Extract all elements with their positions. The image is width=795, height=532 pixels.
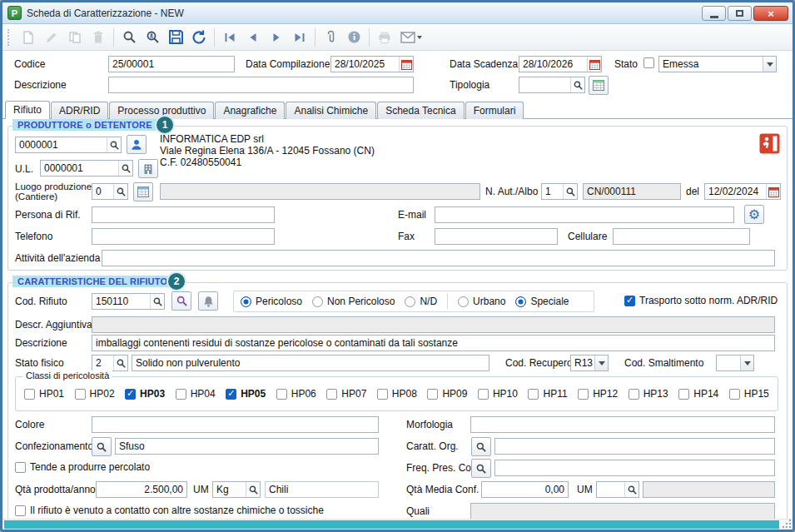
qta-prodotta-field[interactable]: 2.500,00 (96, 481, 187, 498)
attivita-field[interactable] (102, 250, 775, 266)
cod-recupero-combo[interactable]: R13 (570, 355, 609, 371)
colore-field[interactable] (92, 416, 379, 433)
confezionamento-search-button[interactable] (92, 437, 112, 456)
freq-pres-field[interactable] (494, 460, 775, 476)
stato-combo[interactable]: Emessa (658, 56, 777, 72)
tab-formulari[interactable]: Formulari (465, 102, 524, 119)
contatto-sostanze-checkbox[interactable]: Il rifiuto è venuto a contatto con altre… (15, 505, 324, 516)
luogo-produzione-field[interactable]: 0 (92, 183, 128, 200)
stato-checkbox[interactable] (643, 57, 654, 68)
hp15-checkbox[interactable]: HP15 (729, 388, 769, 400)
tab-scheda-tecnica[interactable]: Scheda Tecnica (377, 102, 465, 119)
minimize-button[interactable] (702, 6, 726, 21)
tab-analisi-chimiche[interactable]: Analisi Chimiche (286, 102, 376, 119)
tab-anagrafiche[interactable]: Anagrafiche (215, 102, 285, 119)
hp03-checkbox[interactable]: HP03 (125, 388, 165, 400)
tipologia-table-button[interactable] (589, 76, 609, 95)
stato-fisico-desc-field[interactable]: Solido non pulverulento (132, 355, 489, 371)
ul-detail-button[interactable] (138, 159, 158, 178)
chevron-down-icon[interactable] (594, 355, 608, 370)
search-icon[interactable] (624, 482, 638, 497)
titlebar[interactable]: P Scheda di Caratterizzazione - NEW × (2, 2, 793, 24)
hp01-checkbox[interactable]: HP01 (24, 388, 64, 400)
save-button[interactable] (165, 27, 186, 48)
descrizione-header-field[interactable] (108, 77, 414, 93)
exit-sign-icon[interactable] (759, 133, 780, 154)
hp07-checkbox[interactable]: HP07 (326, 388, 366, 400)
hp12-checkbox[interactable]: HP12 (578, 388, 618, 400)
hp14-checkbox[interactable]: HP14 (678, 388, 718, 400)
hp06-checkbox[interactable]: HP06 (276, 388, 316, 400)
last-record-button[interactable] (289, 27, 311, 48)
um1-field[interactable]: Kg (212, 481, 261, 498)
cod-rifiuto-field[interactable]: 150110 (92, 293, 165, 310)
freq-pres-search-button[interactable] (471, 459, 491, 478)
chevron-down-icon[interactable] (740, 355, 753, 370)
data-compilazione-field[interactable]: 28/10/2025 (330, 56, 414, 72)
descrizione-field[interactable]: imballaggi contenenti residui di sostanz… (92, 335, 775, 351)
radio-pericoloso[interactable]: Pericoloso (241, 296, 302, 307)
produttore-anagrafica-button[interactable] (127, 135, 147, 154)
search-icon[interactable] (246, 482, 260, 497)
qta-media-field[interactable]: 0,00 (481, 481, 569, 498)
calendar-icon[interactable] (766, 184, 780, 199)
search-icon[interactable] (563, 184, 577, 199)
hp13-checkbox[interactable]: HP13 (629, 388, 668, 400)
hp10-checkbox[interactable]: HP10 (478, 388, 518, 400)
hp05-checkbox[interactable]: HP05 (226, 388, 266, 400)
tab-adr-rid[interactable]: ADR/RID (51, 102, 108, 119)
telefono-field[interactable] (92, 228, 275, 245)
albo-date-field[interactable]: 12/02/2024 (704, 183, 781, 200)
cellulare-field[interactable] (613, 228, 750, 245)
hp04-checkbox[interactable]: HP04 (176, 388, 216, 400)
um2-field[interactable] (596, 481, 639, 498)
caratt-org-search-button[interactable] (471, 437, 491, 456)
close-button[interactable]: × (753, 6, 788, 21)
calendar-icon[interactable] (587, 57, 601, 72)
bell-button[interactable] (198, 291, 218, 311)
cer-search-button[interactable] (171, 291, 191, 311)
calendar-icon[interactable] (399, 57, 413, 72)
hp11-checkbox[interactable]: HP11 (528, 388, 567, 400)
fax-field[interactable] (435, 228, 558, 245)
cod-smaltimento-combo[interactable] (716, 355, 754, 371)
search-icon[interactable] (150, 294, 164, 309)
tipologia-field[interactable] (519, 77, 585, 93)
cantiere-list-button[interactable] (133, 182, 153, 201)
send-mail-button[interactable] (397, 27, 425, 48)
adr-checkbox[interactable]: Trasporto sotto norm. ADR/RID (624, 295, 778, 306)
search-icon[interactable] (113, 355, 127, 370)
settings-button[interactable]: ⚙ (744, 205, 764, 224)
produttore-codice-field[interactable]: 0000001 (15, 137, 122, 153)
revert-button[interactable] (188, 27, 210, 48)
info-button[interactable] (343, 27, 365, 48)
ul-field[interactable]: 0000001 (40, 160, 133, 177)
previous-record-button[interactable] (242, 27, 264, 48)
hp02-checkbox[interactable]: HP02 (75, 388, 115, 400)
radio-non-pericoloso[interactable]: Non Pericoloso (312, 296, 395, 307)
morfologia-field[interactable] (470, 416, 775, 433)
radio-speciale[interactable]: Speciale (515, 296, 569, 307)
confezionamento-field[interactable]: Sfuso (115, 438, 379, 455)
percolato-checkbox[interactable]: Tende a produrre percolato (15, 461, 150, 473)
first-record-button[interactable] (219, 27, 241, 48)
attachments-button[interactable] (320, 27, 341, 48)
hp08-checkbox[interactable]: HP08 (377, 388, 417, 400)
email-field[interactable] (435, 206, 734, 223)
next-record-button[interactable] (266, 27, 287, 48)
radio-urbano[interactable]: Urbano (458, 296, 505, 307)
hp09-checkbox[interactable]: HP09 (427, 388, 467, 400)
data-scadenza-field[interactable]: 28/10/2026 (519, 56, 602, 72)
chevron-down-icon[interactable] (763, 57, 776, 72)
search-icon[interactable] (118, 161, 132, 176)
tab-rifiuto[interactable]: Rifiuto (5, 101, 50, 119)
maximize-button[interactable] (728, 6, 752, 21)
persona-rif-field[interactable] (92, 206, 275, 223)
caratt-org-field[interactable] (494, 438, 775, 455)
radio-nd[interactable]: N/D (405, 296, 437, 307)
stato-fisico-code-field[interactable]: 2 (92, 355, 128, 371)
search-button[interactable] (118, 27, 140, 48)
search-icon[interactable] (107, 137, 121, 152)
n-aut-field[interactable]: 1 (541, 183, 578, 200)
resize-grip[interactable] (782, 519, 791, 528)
